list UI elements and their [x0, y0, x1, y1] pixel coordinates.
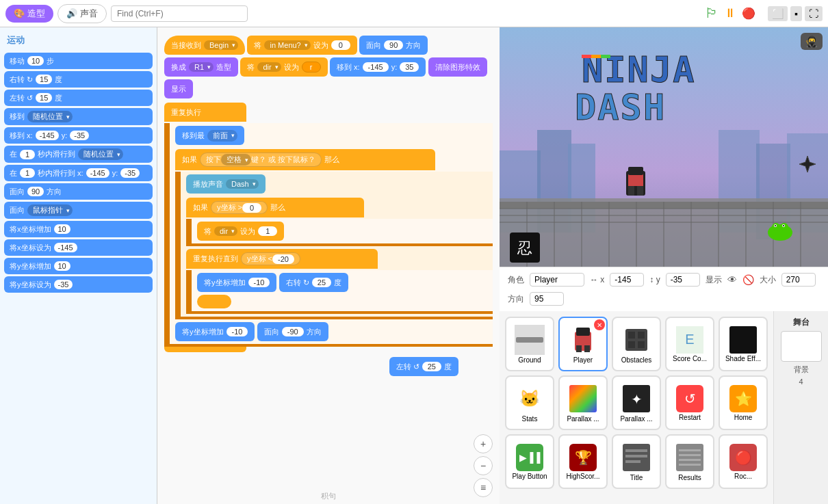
zoom-out-button[interactable]: −: [474, 456, 493, 475]
sprite-list: Ground ✕ Player: [500, 311, 773, 504]
block-face-mouse[interactable]: 面向 鼠标指针: [4, 202, 153, 219]
svg-rect-28: [601, 55, 610, 58]
layout-split-btn[interactable]: ⬜: [768, 6, 788, 21]
find-input[interactable]: [111, 5, 248, 22]
sprite-player[interactable]: ✕ Player: [558, 317, 608, 371]
block-set-dir[interactable]: 将 dir 设为 r: [240, 57, 327, 77]
sprite-home[interactable]: ⭐ Home: [719, 375, 768, 430]
svg-text:✦: ✦: [631, 392, 643, 407]
x-input[interactable]: [610, 273, 644, 287]
block-forever-container: 重复执行 移到最 前面 如果 按下 空格 键？ 或 按下鼠标？: [164, 101, 493, 352]
sprite-parallax1[interactable]: Parallax ...: [558, 375, 608, 430]
block-glide-random[interactable]: 在 1 秒内滑行到 随机位置: [4, 146, 153, 163]
sprite-stats[interactable]: 🐱 Stats: [505, 375, 554, 430]
svg-rect-61: [679, 449, 701, 451]
stage-bg-thumbnail[interactable]: [781, 331, 822, 362]
stats-thumb: 🐱: [515, 384, 545, 414]
block-go-front[interactable]: 移到最 前面: [175, 126, 244, 145]
parallax1-thumb: [568, 384, 598, 414]
pause-button[interactable]: ⏸: [724, 6, 736, 21]
block-change-y-neg10[interactable]: 将y坐标增加 -10: [197, 273, 276, 292]
svg-rect-57: [625, 449, 647, 452]
eye-show-button[interactable]: 👁: [727, 274, 737, 285]
sprite-parallax2[interactable]: ✦ Parallax ...: [612, 375, 661, 430]
block-point-dir[interactable]: 面向 90 方向: [359, 36, 428, 55]
sprite-shade[interactable]: Shade Eff...: [719, 317, 768, 371]
block-face-direction[interactable]: 面向 90 方向: [4, 183, 153, 200]
block-turn-right-25[interactable]: 右转 ↻ 25 度: [279, 273, 348, 292]
top-bar: 🎨 造型 🔊 声音 🏳 ⏸ 🔴 ⬜ ▪ ⛶: [0, 0, 828, 27]
shade-thumb: [729, 326, 757, 354]
block-show[interactable]: 显示: [164, 79, 193, 98]
tab-costumes[interactable]: 🎨 造型: [5, 5, 53, 23]
stage-preview: NINJA DASH: [500, 27, 828, 267]
block-set-inmenu[interactable]: 将 in Menu? 设为 0: [247, 36, 357, 55]
block-set-dir2[interactable]: 将 dir 设为 1: [197, 222, 284, 241]
block-change-y-neg10b[interactable]: 将y坐标增加 -10: [175, 322, 255, 341]
svg-rect-45: [576, 328, 590, 336]
block-clear-effects[interactable]: 清除图形特效: [428, 57, 487, 77]
block-goto-xy[interactable]: 移到 x: -145 y: -35: [4, 127, 153, 144]
sprite-restart[interactable]: ↺ Restart: [665, 375, 714, 430]
section-motion: 运动: [4, 31, 153, 51]
zoom-in-button[interactable]: +: [474, 434, 493, 453]
roc-thumb: 🔴: [729, 444, 757, 471]
block-turn-right[interactable]: 右转 ↻ 15 度: [4, 71, 153, 88]
sprite-highscore[interactable]: 🏆 HighScor...: [558, 434, 608, 489]
size-input[interactable]: [781, 273, 816, 287]
block-turn-left[interactable]: 左转 ↺ 15 度: [4, 90, 153, 106]
block-goto-random[interactable]: 移到 随机位置: [4, 108, 153, 125]
svg-rect-50: [638, 332, 645, 339]
player-delete-btn[interactable]: ✕: [594, 319, 605, 330]
block-forever[interactable]: 重复执行: [164, 103, 246, 122]
svg-point-35: [772, 223, 780, 231]
block-goto-pos[interactable]: 移到 x: -145 y: 35: [330, 57, 426, 77]
sprite-play-button[interactable]: ▶▐▐ Play Button: [505, 434, 554, 489]
sprite-roc[interactable]: 🔴 Roc...: [719, 434, 768, 489]
block-change-x[interactable]: 将x坐标增加 10: [4, 221, 153, 237]
eye-hide-button[interactable]: 🚫: [742, 274, 754, 285]
y-input[interactable]: [666, 273, 700, 287]
stage-panel: 舞台 背景 4: [773, 311, 828, 504]
block-face-neg90[interactable]: 面向 -90 方向: [257, 322, 328, 341]
ground-thumb: [515, 325, 545, 355]
sprite-ground[interactable]: Ground: [505, 317, 554, 371]
block-change-y[interactable]: 将y坐标增加 10: [4, 258, 153, 274]
block-when-receive[interactable]: 当接收到 Begin: [164, 36, 245, 55]
player-sprite-svg: [569, 326, 597, 354]
layout-buttons: ⬜ ▪ ⛶: [768, 6, 823, 21]
tab-sounds[interactable]: 🔊 声音: [57, 4, 107, 23]
zoom-fit-button[interactable]: ≡: [474, 478, 493, 497]
block-play-sound[interactable]: 播放声音 Dash: [186, 174, 266, 194]
costumes-label: 造型: [27, 8, 45, 20]
stage-label: 舞台: [793, 317, 810, 328]
block-if-key-container: 如果 按下 空格 键？ 或 按下鼠标？ 那么 播放声音 Dash: [175, 148, 493, 319]
layout-stage-btn[interactable]: ▪: [790, 6, 802, 21]
block-if-key[interactable]: 如果 按下 空格 键？ 或 按下鼠标？ 那么: [175, 149, 435, 170]
block-move[interactable]: 移动 10 步: [4, 53, 153, 69]
sprite-name-input[interactable]: [530, 273, 584, 287]
direction-input[interactable]: [530, 292, 564, 306]
block-set-x[interactable]: 将x坐标设为 -145: [4, 239, 153, 256]
svg-rect-32: [628, 186, 634, 196]
block-set-y[interactable]: 将y坐标设为 -35: [4, 276, 153, 293]
green-flag-button[interactable]: 🏳: [705, 5, 719, 21]
game-scene: NINJA DASH: [500, 27, 828, 267]
costume-icon: 🎨: [14, 8, 25, 18]
block-glide-xy[interactable]: 在 1 秒内滑行到 x: -145 y: -35: [4, 165, 153, 181]
code-editor[interactable]: 当接收到 Begin 将 in Menu? 设为 0 面向 90 方向 换成 R…: [157, 27, 500, 504]
block-if-y[interactable]: 如果 y坐标 > 0 那么: [186, 198, 364, 217]
block-turn-left-25[interactable]: 左转 ↺ 25 度: [389, 357, 458, 376]
direction-label: 方向: [508, 293, 524, 305]
sprite-results[interactable]: Results: [665, 434, 714, 489]
block-switch-costume[interactable]: 换成 R1 造型: [164, 57, 238, 77]
layout-fullscreen-btn[interactable]: ⛶: [805, 6, 823, 21]
play-btn-thumb: ▶▐▐: [516, 444, 543, 471]
stop-button[interactable]: 🔴: [742, 7, 755, 20]
sprite-obstacles[interactable]: Obstacles: [612, 317, 661, 371]
svg-rect-53: [569, 385, 597, 412]
sprite-score[interactable]: E Score Co...: [665, 317, 714, 371]
sprite-title[interactable]: Title: [612, 434, 661, 489]
player-label: Player: [573, 356, 593, 364]
block-repeat-until[interactable]: 重复执行直到 y坐标 < -20: [186, 249, 378, 269]
